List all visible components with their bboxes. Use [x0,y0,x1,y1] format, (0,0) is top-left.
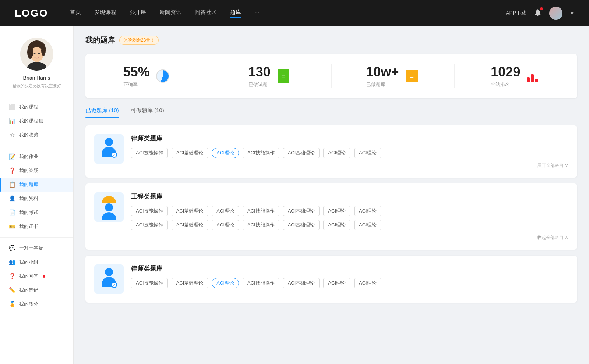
nav-item-home[interactable]: 首页 [70,9,81,18]
sidebar-profile: Brian Harris 错误的决定比没有决定要好 [0,38,73,89]
banks-done-icon-wrap: ≡ [404,68,420,84]
tag-1-4[interactable]: ACI基础理论 [283,148,320,158]
navbar: LOGO 首页 发现课程 公开课 新闻资讯 问答社区 题库 ··· APP下载 … [0,0,589,26]
engineer-icon-wrap [94,192,124,222]
bar-chart-icon [527,70,539,82]
nav-item-more[interactable]: ··· [254,9,259,18]
rank-icon-wrap [525,68,541,84]
tag-3-0[interactable]: ACI技能操作 [131,278,168,288]
avatar-chevron-icon[interactable]: ▼ [570,11,574,16]
tag-3-5[interactable]: ACI理论 [323,278,350,288]
tag-1-5[interactable]: ACI理论 [323,148,350,158]
nav-item-bank[interactable]: 题库 [230,9,241,18]
sidebar-item-group[interactable]: 👥 我的小组 [0,255,73,269]
logo[interactable]: LOGO [15,7,48,19]
stat-banks-done: 10w+ 已做题库 ≡ [332,64,455,88]
app-download-button[interactable]: APP下载 [506,10,526,17]
rank-number: 1029 [491,64,520,80]
sidebar-item-question-bank[interactable]: 📋 我的题库 [0,178,73,192]
tag-3-1[interactable]: ACI基础理论 [172,278,208,288]
tag-2-6[interactable]: ACI理论 [354,206,381,216]
tab-done-banks[interactable]: 已做题库 (10) [85,107,119,118]
tag-2-4[interactable]: ACI基础理论 [283,206,320,216]
tag-2-r2-2[interactable]: ACI理论 [212,220,239,230]
lawyer-icon-wrap: ✓ [94,134,124,164]
expand-btn-1[interactable]: 展开全部科目 ∨ [537,163,568,169]
main-content: 我的题库 体验剩余23天！ 55% 正确率 130 已做试题 [74,26,589,364]
sidebar-item-notes[interactable]: ✏️ 我的笔记 [0,283,73,297]
tag-1-1[interactable]: ACI基础理论 [172,148,208,158]
svg-point-8 [38,53,40,54]
tag-2-r2-0[interactable]: ACI技能操作 [131,220,168,230]
sidebar-item-homework[interactable]: 📝 我的作业 [0,150,73,164]
tag-2-5[interactable]: ACI理论 [323,206,350,216]
avatar[interactable] [549,7,562,20]
questions-done-icon-wrap [276,68,291,84]
sidebar-item-points[interactable]: 🏅 我的积分 [0,297,73,311]
sidebar-motto: 错误的决定比没有决定要好 [13,83,61,89]
subject-card-engineer: 工程类题库 ACI技能操作 ACI基础理论 ACI理论 ACI技能操作 ACI基… [85,183,577,250]
nav-item-discover[interactable]: 发现课程 [94,9,116,18]
tag-2-r2-6[interactable]: ACI理论 [354,220,381,230]
tag-2-0[interactable]: ACI技能操作 [131,206,168,216]
tag-2-3[interactable]: ACI技能操作 [243,206,279,216]
tabs-row: 已做题库 (10) 可做题库 (10) [85,107,577,118]
accuracy-number: 55% [123,64,150,80]
subject-tags-1: ACI技能操作 ACI基础理论 ACI理论 ACI技能操作 ACI基础理论 AC… [131,148,568,158]
nav-item-news[interactable]: 新闻资讯 [159,9,181,18]
page-header: 我的题库 体验剩余23天！ [85,35,577,45]
group-icon: 👥 [9,259,15,265]
one-on-one-icon: 💬 [9,245,15,251]
sidebar-divider-2 [0,146,73,146]
sidebar-item-answers[interactable]: ❓ 我的答疑 [0,164,73,178]
stat-rank: 1029 全站排名 [455,64,577,88]
tag-3-2[interactable]: ACI理论 [212,278,239,288]
tab-available-banks[interactable]: 可做题库 (10) [131,107,164,118]
subject-title-1: 律师类题库 [131,134,568,143]
tag-1-2[interactable]: ACI理论 [212,148,239,158]
nav-item-qa[interactable]: 问答社区 [195,9,217,18]
tag-2-r2-3[interactable]: ACI技能操作 [243,220,279,230]
notification-bell[interactable] [534,8,542,18]
sidebar-item-exam[interactable]: 📄 我的考试 [0,206,73,220]
tag-3-4[interactable]: ACI基础理论 [283,278,320,288]
sidebar-divider-1 [0,96,73,96]
tag-3-3[interactable]: ACI技能操作 [243,278,279,288]
sidebar-item-my-course[interactable]: ⬜ 我的课程 [0,100,73,114]
sidebar-item-one-on-one[interactable]: 💬 一对一答疑 [0,241,73,255]
sidebar-item-favorites[interactable]: ☆ 我的收藏 [0,128,73,142]
pie-chart-icon [156,69,169,83]
doc-icon [278,69,289,83]
nav-item-open-course[interactable]: 公开课 [130,9,146,18]
active-bar [0,178,1,192]
subject-title-3: 律师类题库 [131,264,568,273]
nav-menu: 首页 发现课程 公开课 新闻资讯 问答社区 题库 ··· [70,9,506,18]
tag-2-r2-1[interactable]: ACI基础理论 [172,220,208,230]
collapse-btn-2[interactable]: 收起全部科目 ∧ [537,235,568,241]
sidebar-item-course-package[interactable]: 📊 我的课程包... [0,114,73,128]
notes-icon: ✏️ [9,287,15,293]
subject-tags-2-row1: ACI技能操作 ACI基础理论 ACI理论 ACI技能操作 ACI基础理论 AC… [131,206,568,216]
tag-1-0[interactable]: ACI技能操作 [131,148,168,158]
sidebar-item-my-data[interactable]: 👤 我的资料 [0,192,73,206]
tag-1-6[interactable]: ACI理论 [354,148,381,158]
sidebar-item-my-qa[interactable]: ❓ 我的问答 [0,269,73,283]
tag-1-3[interactable]: ACI技能操作 [243,148,279,158]
page-title: 我的题库 [85,35,115,45]
tag-2-r2-5[interactable]: ACI理论 [323,220,350,230]
accuracy-icon-wrap [155,68,170,84]
avatar-image [549,7,562,20]
tag-2-2[interactable]: ACI理论 [212,206,239,216]
book-icon: ≡ [406,70,418,82]
lawyer-figure-icon-3: ✓ [100,268,118,290]
subject-tags-2-row2: ACI技能操作 ACI基础理论 ACI理论 ACI技能操作 ACI基础理论 AC… [131,220,568,230]
exam-icon: 📄 [9,209,15,216]
subject-tags-3: ACI技能操作 ACI基础理论 ACI理论 ACI技能操作 ACI基础理论 AC… [131,278,568,288]
sidebar-item-certificate[interactable]: 🎫 我的证书 [0,220,73,233]
sidebar-divider-3 [0,237,73,238]
tag-3-6[interactable]: ACI理论 [354,278,381,288]
svg-point-7 [33,53,35,54]
tag-2-1[interactable]: ACI基础理论 [172,206,208,216]
tag-2-r2-4[interactable]: ACI基础理论 [283,220,320,230]
sidebar-username: Brian Harris [23,75,50,81]
